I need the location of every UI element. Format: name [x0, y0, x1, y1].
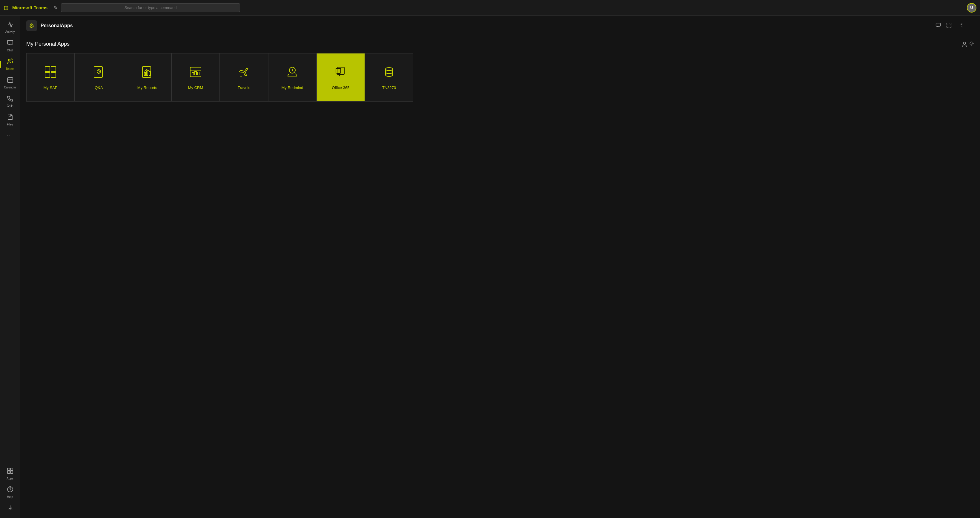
header-expand-icon[interactable]: [946, 22, 951, 29]
sidebar-item-files-label: Files: [7, 123, 13, 126]
svg-point-12: [971, 43, 972, 44]
topbar-title: Microsoft Teams: [12, 5, 48, 10]
sidebar-item-apps-label: Apps: [6, 477, 13, 480]
svg-point-2: [11, 59, 12, 60]
svg-point-11: [963, 42, 966, 44]
svg-rect-17: [94, 67, 102, 77]
svg-rect-6: [8, 471, 10, 473]
sidebar-item-activity[interactable]: Activity: [0, 18, 20, 37]
svg-rect-10: [936, 23, 940, 26]
svg-rect-15: [45, 73, 50, 77]
app-card-tn3270[interactable]: TN3270: [365, 53, 413, 102]
download-icon: [7, 505, 13, 513]
apps-sidebar-icon: [7, 467, 13, 476]
svg-rect-7: [10, 471, 13, 473]
more-icon: ···: [6, 132, 13, 139]
qa-label: Q&A: [95, 85, 103, 90]
calls-icon: [7, 95, 13, 103]
svg-point-9: [10, 491, 10, 491]
app-card-travels[interactable]: Travels: [220, 53, 268, 102]
app-card-my-redmind[interactable]: My Redmind: [268, 53, 317, 102]
my-reports-icon: [140, 65, 154, 82]
svg-point-31: [385, 67, 393, 70]
sidebar-item-more[interactable]: ···: [0, 129, 20, 142]
app-card-my-crm[interactable]: My CRM: [172, 53, 220, 102]
app-card-qa[interactable]: Q&A: [75, 53, 123, 102]
svg-point-33: [385, 70, 393, 73]
apps-grid: My SAP Q&A: [20, 51, 980, 104]
svg-point-19: [99, 73, 99, 74]
content-header-actions: ···: [935, 22, 974, 29]
svg-rect-21: [144, 73, 145, 76]
my-sap-label: My SAP: [44, 85, 57, 90]
svg-rect-27: [197, 72, 199, 75]
teams-icon: [7, 58, 13, 66]
tn3270-label: TN3270: [382, 85, 396, 90]
activity-icon: [7, 21, 13, 29]
page-title: My Personal Apps: [26, 41, 70, 47]
page-title-bar: My Personal Apps: [20, 36, 980, 51]
svg-rect-3: [8, 78, 13, 83]
my-redmind-label: My Redmind: [282, 85, 303, 90]
avatar[interactable]: U: [967, 3, 977, 13]
svg-rect-13: [45, 67, 50, 72]
main-layout: Activity Chat Teams: [0, 16, 980, 518]
calendar-icon: [7, 77, 13, 84]
app-icon-wrapper: ⚙: [26, 20, 37, 31]
compose-icon[interactable]: ✎: [53, 5, 57, 10]
office-365-label: Office 365: [332, 85, 349, 90]
my-crm-label: My CRM: [188, 85, 204, 90]
app-card-my-sap[interactable]: My SAP: [26, 53, 75, 102]
header-refresh-icon[interactable]: [957, 22, 963, 29]
my-redmind-icon: [285, 65, 299, 82]
svg-rect-26: [195, 72, 196, 75]
sidebar-item-help-label: Help: [7, 495, 13, 499]
header-chat-icon[interactable]: [935, 22, 941, 29]
svg-rect-5: [10, 468, 13, 470]
office-365-icon: [334, 65, 348, 82]
files-icon: [7, 113, 13, 121]
content-app-title: PersonalApps: [41, 23, 73, 29]
grid-icon[interactable]: ⊞: [3, 4, 9, 11]
travels-label: Travels: [238, 85, 250, 90]
svg-rect-23: [149, 72, 150, 76]
sidebar-item-teams[interactable]: Teams: [0, 55, 20, 73]
svg-rect-16: [51, 73, 56, 77]
sidebar-item-help[interactable]: Help: [0, 483, 20, 502]
travels-icon: [237, 65, 251, 82]
svg-rect-25: [192, 73, 194, 75]
svg-rect-4: [8, 468, 10, 470]
help-icon: [7, 486, 13, 494]
my-sap-icon: [43, 65, 57, 82]
my-crm-icon: [188, 65, 203, 82]
sidebar-item-calls-label: Calls: [6, 104, 13, 108]
app-card-office-365[interactable]: Office 365: [317, 53, 365, 102]
sidebar-item-apps[interactable]: Apps: [0, 465, 20, 483]
user-settings-icon[interactable]: [961, 41, 974, 47]
svg-rect-0: [8, 40, 13, 44]
settings-gear-icon: ⚙: [29, 22, 34, 29]
sidebar-item-calendar[interactable]: Calendar: [0, 73, 20, 92]
tn3270-icon: [382, 65, 396, 82]
sidebar-item-chat-label: Chat: [7, 49, 13, 52]
header-more-icon[interactable]: ···: [968, 23, 974, 29]
my-reports-label: My Reports: [137, 85, 157, 90]
sidebar-item-calls[interactable]: Calls: [0, 92, 20, 110]
sidebar-item-activity-label: Activity: [5, 30, 15, 33]
sidebar-item-calendar-label: Calendar: [4, 86, 16, 89]
content-area: ⚙ PersonalApps: [20, 16, 980, 518]
svg-point-18: [97, 70, 101, 73]
svg-rect-14: [51, 67, 56, 72]
app-card-my-reports[interactable]: My Reports: [123, 53, 172, 102]
sidebar: Activity Chat Teams: [0, 16, 20, 518]
sidebar-item-teams-label: Teams: [6, 67, 14, 70]
sidebar-item-files[interactable]: Files: [0, 110, 20, 129]
sidebar-item-download[interactable]: [0, 502, 20, 516]
svg-rect-30: [336, 69, 341, 73]
search-input[interactable]: [61, 3, 240, 12]
sidebar-item-chat[interactable]: Chat: [0, 37, 20, 55]
chat-icon: [7, 40, 13, 48]
svg-point-32: [385, 73, 393, 77]
svg-point-1: [8, 59, 10, 61]
qa-icon: [92, 65, 106, 82]
